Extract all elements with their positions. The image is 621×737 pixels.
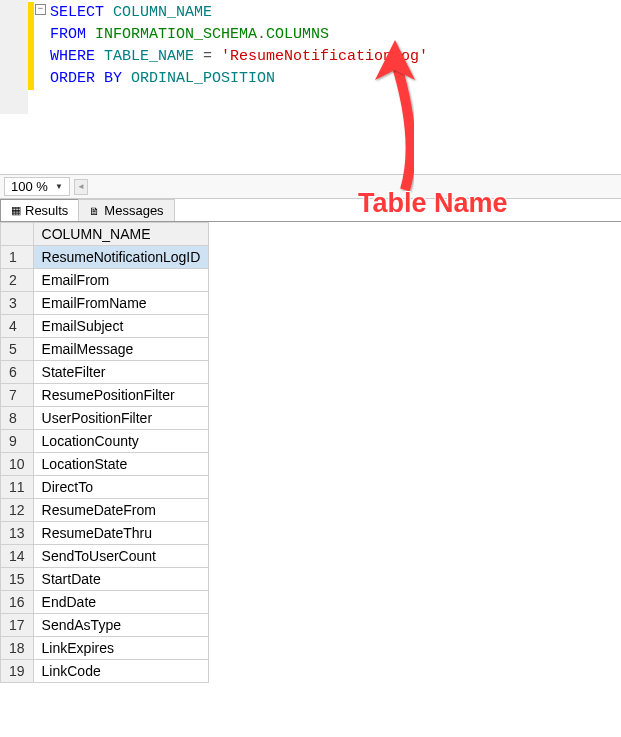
cell-value[interactable]: StartDate <box>33 568 209 591</box>
row-number[interactable]: 19 <box>1 660 34 683</box>
table-row[interactable]: 16EndDate <box>1 591 209 614</box>
zoom-bar: 100 % ▼ ◄ <box>0 174 621 199</box>
row-number[interactable]: 9 <box>1 430 34 453</box>
cell-value[interactable]: ResumePositionFilter <box>33 384 209 407</box>
table-row[interactable]: 12ResumeDateFrom <box>1 499 209 522</box>
row-number[interactable]: 14 <box>1 545 34 568</box>
cell-value[interactable]: EmailFromName <box>33 292 209 315</box>
table-row[interactable]: 3EmailFromName <box>1 292 209 315</box>
sql-editor[interactable]: − SELECT COLUMN_NAME FROM INFORMATION_SC… <box>0 0 621 114</box>
row-number[interactable]: 10 <box>1 453 34 476</box>
table-row[interactable]: 1ResumeNotificationLogID <box>1 246 209 269</box>
row-number[interactable]: 13 <box>1 522 34 545</box>
grid-corner[interactable] <box>1 223 34 246</box>
row-number[interactable]: 15 <box>1 568 34 591</box>
table-row[interactable]: 2EmailFrom <box>1 269 209 292</box>
code-line-2: FROM INFORMATION_SCHEMA.COLUMNS <box>50 24 621 46</box>
table-row[interactable]: 11DirectTo <box>1 476 209 499</box>
row-number[interactable]: 5 <box>1 338 34 361</box>
row-number[interactable]: 6 <box>1 361 34 384</box>
tab-results-label: Results <box>25 203 68 218</box>
row-number[interactable]: 12 <box>1 499 34 522</box>
row-number[interactable]: 17 <box>1 614 34 637</box>
code-line-1: SELECT COLUMN_NAME <box>50 2 621 24</box>
collapse-toggle[interactable]: − <box>35 4 46 15</box>
cell-value[interactable]: EndDate <box>33 591 209 614</box>
table-row[interactable]: 7ResumePositionFilter <box>1 384 209 407</box>
change-marker <box>28 2 34 90</box>
row-number[interactable]: 11 <box>1 476 34 499</box>
table-row[interactable]: 9LocationCounty <box>1 430 209 453</box>
code-line-3: WHERE TABLE_NAME = 'ResumeNotificationLo… <box>50 46 621 68</box>
cell-value[interactable]: ResumeNotificationLogID <box>33 246 209 269</box>
row-number[interactable]: 8 <box>1 407 34 430</box>
messages-icon: 🗎 <box>89 205 100 217</box>
results-grid[interactable]: COLUMN_NAME 1ResumeNotificationLogID2Ema… <box>0 222 621 683</box>
table-row[interactable]: 18LinkExpires <box>1 637 209 660</box>
cell-value[interactable]: LocationCounty <box>33 430 209 453</box>
zoom-value: 100 % <box>11 179 51 194</box>
cell-value[interactable]: EmailMessage <box>33 338 209 361</box>
table-row[interactable]: 15StartDate <box>1 568 209 591</box>
table-row[interactable]: 5EmailMessage <box>1 338 209 361</box>
row-number[interactable]: 2 <box>1 269 34 292</box>
cell-value[interactable]: SendAsType <box>33 614 209 637</box>
row-number[interactable]: 16 <box>1 591 34 614</box>
row-number[interactable]: 1 <box>1 246 34 269</box>
editor-gutter <box>0 0 28 114</box>
cell-value[interactable]: LinkExpires <box>33 637 209 660</box>
column-header[interactable]: COLUMN_NAME <box>33 223 209 246</box>
table-row[interactable]: 19LinkCode <box>1 660 209 683</box>
table-row[interactable]: 6StateFilter <box>1 361 209 384</box>
tab-messages-label: Messages <box>104 203 163 218</box>
row-number[interactable]: 3 <box>1 292 34 315</box>
cell-value[interactable]: SendToUserCount <box>33 545 209 568</box>
cell-value[interactable]: UserPositionFilter <box>33 407 209 430</box>
tab-messages[interactable]: 🗎 Messages <box>78 199 174 221</box>
row-number[interactable]: 7 <box>1 384 34 407</box>
cell-value[interactable]: StateFilter <box>33 361 209 384</box>
row-number[interactable]: 4 <box>1 315 34 338</box>
cell-value[interactable]: EmailFrom <box>33 269 209 292</box>
table-row[interactable]: 4EmailSubject <box>1 315 209 338</box>
zoom-dropdown[interactable]: 100 % ▼ <box>4 177 70 196</box>
grid-icon: ▦ <box>11 204 21 217</box>
results-tabs: ▦ Results 🗎 Messages <box>0 199 621 222</box>
code-line-4: ORDER BY ORDINAL_POSITION <box>50 68 621 90</box>
cell-value[interactable]: DirectTo <box>33 476 209 499</box>
cell-value[interactable]: ResumeDateThru <box>33 522 209 545</box>
table-row[interactable]: 17SendAsType <box>1 614 209 637</box>
table-row[interactable]: 14SendToUserCount <box>1 545 209 568</box>
code-block[interactable]: SELECT COLUMN_NAME FROM INFORMATION_SCHE… <box>0 2 621 112</box>
cell-value[interactable]: LinkCode <box>33 660 209 683</box>
table-row[interactable]: 8UserPositionFilter <box>1 407 209 430</box>
cell-value[interactable]: ResumeDateFrom <box>33 499 209 522</box>
table-row[interactable]: 13ResumeDateThru <box>1 522 209 545</box>
cell-value[interactable]: EmailSubject <box>33 315 209 338</box>
table-row[interactable]: 10LocationState <box>1 453 209 476</box>
row-number[interactable]: 18 <box>1 637 34 660</box>
tab-results[interactable]: ▦ Results <box>0 199 79 221</box>
cell-value[interactable]: LocationState <box>33 453 209 476</box>
chevron-down-icon: ▼ <box>51 182 67 191</box>
scroll-left-button[interactable]: ◄ <box>74 179 88 195</box>
